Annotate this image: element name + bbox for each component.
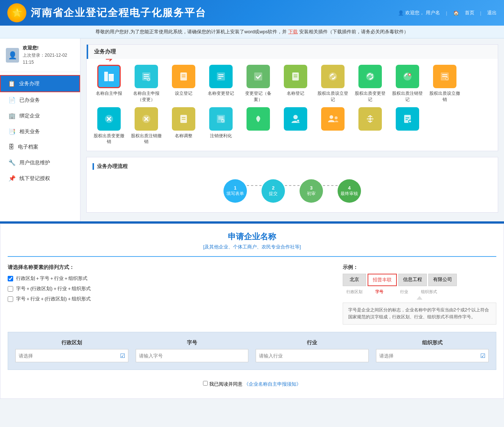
arrangement-checkbox-1[interactable]	[8, 276, 13, 281]
xzqh-check-icon[interactable]: ☑	[120, 352, 125, 359]
icon-change-backup[interactable]: 变更登记（备案）	[242, 65, 275, 103]
field-group-xzqh: 行政区划 ☑	[15, 340, 128, 362]
icon-box-name-self-report	[97, 65, 121, 88]
icon-split[interactable]	[354, 107, 387, 145]
flow-step-1: 1 填写表单	[223, 179, 247, 203]
icon-label-cancel-easy: 注销便利化	[210, 133, 232, 139]
download-link[interactable]: 下载	[288, 29, 298, 34]
icon-label-name-change: 名称变更登记	[208, 90, 234, 97]
icon-name-adjust[interactable]: 名称调整	[167, 107, 200, 145]
field-group-hangye: 行业	[256, 340, 369, 362]
arrangement-section: 请选择名称要素的排列方式： 行政区划＋字号＋行业＋组织形式 字号＋(行政区划)＋…	[8, 264, 496, 325]
icon-equity-set-cancel[interactable]: 股权出质设立撤销	[428, 65, 461, 103]
svg-point-24	[369, 73, 371, 75]
icon-person1[interactable]	[279, 107, 312, 145]
icon-equity-change-cancel[interactable]: 股权出质变更撤销	[93, 107, 125, 145]
field-group-zihao: 字号	[136, 340, 249, 362]
icon-equity-change[interactable]: - 股权出质变更登记	[354, 65, 387, 103]
flow-section: 业务办理流程 1 填写表单 2 提交	[87, 157, 498, 212]
sidebar-item-archive[interactable]: 🗄 电子档案	[0, 139, 80, 155]
arrangement-checkbox-3[interactable]	[8, 296, 13, 302]
sidebar-item-label: 线下登记授权	[19, 175, 50, 182]
field-label-hangye: 行业	[256, 340, 369, 346]
sidebar-username: 欢迎您!	[23, 44, 74, 52]
header-left: ⭐ 河南省企业登记全程电子化服务平台	[7, 3, 206, 22]
form-subtitle-link[interactable]: [及其他企业、个体工商户、农民专业合作社等]	[203, 244, 301, 250]
username-display: 用户名	[426, 10, 440, 16]
ex-label-zihao: 字号	[368, 289, 391, 295]
xzqh-input[interactable]	[19, 353, 120, 359]
ex-label-hangye: 行业	[392, 289, 416, 295]
icon-equity-cancel[interactable]: 股权出质注销登记	[391, 65, 424, 103]
icon-label-equity-cancel2: 股权出质注销撤销	[130, 133, 163, 145]
icon-equity-pledge[interactable]: 股权出质设立登记	[316, 65, 349, 103]
sidebar-item-label: 相关业务	[19, 128, 40, 135]
svg-rect-0	[104, 72, 108, 81]
home-link[interactable]: 首页	[465, 10, 474, 16]
logout-link[interactable]: 退出	[487, 10, 497, 16]
sidebar-item-user-info[interactable]: 🔧 用户信息维护	[0, 155, 80, 171]
example-box-zzxs: 有限公司	[428, 274, 457, 286]
svg-point-57	[335, 116, 338, 119]
icon-person2[interactable]	[316, 107, 349, 145]
icon-establish-register[interactable]: 设立登记	[167, 65, 200, 103]
icon-cancel-easy[interactable]: + 注销便利化	[204, 107, 237, 145]
svg-rect-16	[254, 72, 262, 80]
zzxs-check-icon[interactable]: ☑	[480, 352, 485, 359]
field-input-zihao[interactable]	[136, 349, 249, 362]
svg-point-25	[369, 78, 371, 80]
arrangement-right: 示例： 北京 招普丰联 信息工程 有限公司 行政区划 字号 行业 组织	[343, 264, 496, 325]
example-box-labels: 行政区划 字号 行业 组织形式	[343, 289, 496, 295]
main-layout: 👤 欢迎您! 上次登录：2021-12-02 11:15 📋 业务办理 📄 已办…	[0, 38, 504, 221]
icon-label-name-self-change: 名称自主申报（变更）	[130, 90, 163, 103]
zihao-input[interactable]	[139, 353, 245, 359]
bottom-agreement: 我已阅读并同意 《企业名称自主申报须知》	[8, 377, 496, 391]
icons-grid: ➔ 名称自主申报 + 名称自主申报（变更） 设立登记	[87, 59, 498, 151]
arrangement-label: 请选择名称要素的排列方式：	[8, 264, 328, 271]
zzxs-input[interactable]	[379, 353, 481, 359]
arrangement-option-label-2: 字号＋(行政区划)＋行业＋组织形式	[16, 285, 91, 292]
icon-green1[interactable]	[242, 107, 275, 145]
flow-panel: 业务办理流程 1 填写表单 2 提交	[86, 157, 498, 213]
header-right: 👤 欢迎您， 用户名 | 🏠 首页 | 退出	[398, 10, 497, 16]
icon-doc-add[interactable]	[391, 107, 424, 145]
header-user: 👤 欢迎您， 用户名	[398, 10, 440, 16]
svg-point-52	[293, 115, 298, 119]
arrangement-checkbox-2[interactable]	[8, 286, 13, 292]
hangye-input[interactable]	[259, 353, 365, 359]
agreement-checkbox[interactable]	[203, 381, 208, 386]
field-input-zzxs[interactable]: ☑	[376, 349, 489, 362]
icon-name-self-report[interactable]: ➔ 名称自主申报	[93, 65, 125, 103]
arrangement-left: 请选择名称要素的排列方式： 行政区划＋字号＋行业＋组织形式 字号＋(行政区划)＋…	[8, 264, 328, 306]
bind-icon: 🏢	[8, 112, 16, 119]
icon-label-name-register: 名称登记	[287, 90, 304, 97]
icon-name-self-change[interactable]: + 名称自主申报（变更）	[130, 65, 163, 103]
avatar: 👤	[6, 48, 19, 63]
field-input-hangye[interactable]	[256, 349, 369, 362]
ex-label-xzqh: 行政区划	[343, 289, 366, 295]
flow-title: 业务办理流程	[93, 163, 492, 170]
icon-label-equity-cancel: 股权出质注销登记	[391, 90, 424, 103]
icon-equity-cancel2[interactable]: 股权出质注销撤销	[130, 107, 163, 145]
agreement-text: 我已阅读并同意	[209, 381, 242, 387]
example-box-hangye: 信息工程	[398, 274, 427, 286]
icon-name-change-register[interactable]: 名称变更登记	[204, 65, 237, 103]
content-area: 业务办理 ➔ 名称自主申报 + 名称自主申报（变更）	[80, 38, 504, 221]
icon-name-register[interactable]: 名称登记	[279, 65, 312, 103]
form-divider	[8, 256, 496, 257]
flow-steps: 1 填写表单 2 提交 3	[93, 176, 492, 206]
sidebar-item-done[interactable]: 📄 已办业务	[0, 92, 80, 108]
agreement-link[interactable]: 《企业名称自主申报须知》	[244, 381, 301, 387]
sidebar-item-label: 业务办理	[19, 80, 40, 87]
sidebar-item-offline[interactable]: 📌 线下登记授权	[0, 171, 80, 186]
field-label-xzqh: 行政区划	[15, 340, 128, 346]
notice-text: 尊敬的用户您好,为了您能正常使用此系统，请确保您的计算机上安装了word或wps…	[95, 29, 287, 34]
sidebar-item-bind[interactable]: 🏢 绑定企业	[0, 108, 80, 124]
sidebar-item-related[interactable]: 📑 相关业务	[0, 124, 80, 139]
home-icon: 🏠	[453, 10, 459, 16]
panel-title: 业务办理	[87, 45, 498, 59]
tooltip-box: 字号是企业之间区分的标志，企业名称中的字号应当由2个或2个以上符合国家规范的汉字…	[343, 303, 496, 325]
user-icon: 👤	[398, 10, 404, 16]
field-input-xzqh[interactable]: ☑	[15, 349, 128, 362]
sidebar-item-business[interactable]: 📋 业务办理	[0, 75, 80, 92]
